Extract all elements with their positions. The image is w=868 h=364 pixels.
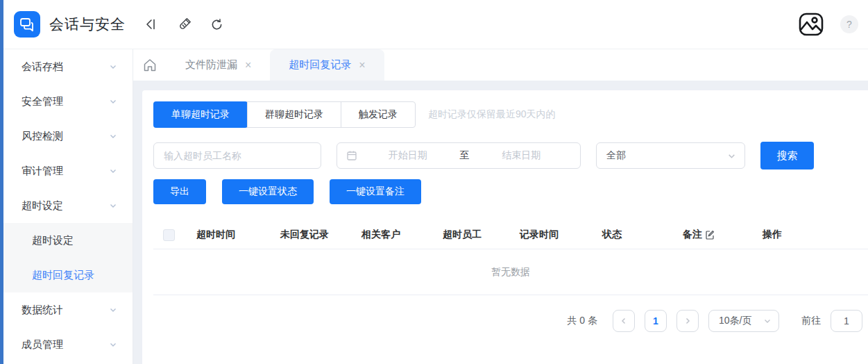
left-accent-strip bbox=[0, 0, 3, 364]
export-button[interactable]: 导出 bbox=[153, 179, 206, 204]
sidebar-item-label: 风控检测 bbox=[22, 130, 63, 143]
calendar-icon bbox=[346, 150, 357, 161]
header-right: ? bbox=[797, 11, 858, 38]
date-range-picker[interactable]: 开始日期 至 结束日期 bbox=[337, 142, 581, 169]
tab-group-chat-timeout[interactable]: 群聊超时记录 bbox=[247, 102, 341, 127]
start-date-placeholder[interactable]: 开始日期 bbox=[357, 149, 459, 162]
status-select[interactable]: 全部 bbox=[596, 142, 745, 169]
end-date-placeholder[interactable]: 结束日期 bbox=[471, 149, 572, 162]
goto-label: 前往 bbox=[801, 315, 821, 327]
help-icon[interactable]: ? bbox=[840, 15, 858, 33]
sidebar-subitem-timeout-reply-records[interactable]: 超时回复记录 bbox=[3, 258, 133, 292]
tab-file-leak-prevention[interactable]: 文件防泄漏 × bbox=[167, 49, 270, 81]
tab-label: 超时回复记录 bbox=[289, 58, 351, 72]
chevron-down-icon bbox=[109, 306, 117, 314]
sidebar-item-label: 审计管理 bbox=[22, 165, 63, 178]
content-area: 单聊超时记录 群聊超时记录 触发记录 超时记录仅保留最近90天内的 开始日期 至… bbox=[133, 81, 868, 364]
chevron-down-icon bbox=[109, 167, 117, 175]
total-count: 共 0 条 bbox=[567, 315, 597, 327]
chevron-right-icon bbox=[683, 317, 692, 325]
edit-icon[interactable] bbox=[705, 230, 715, 240]
col-remark: 备注 bbox=[683, 229, 763, 241]
records-table: 超时时间 未回复记录 相关客户 超时员工 记录时间 状态 备注 操作 bbox=[153, 221, 868, 295]
col-remark-label: 备注 bbox=[683, 229, 702, 241]
col-status: 状态 bbox=[602, 229, 683, 241]
sidebar: 会话存档 安全管理 风控检测 审计管理 超时设定 超时设定 bbox=[3, 49, 133, 364]
image-placeholder-icon[interactable] bbox=[797, 11, 825, 38]
collapse-sidebar-icon[interactable] bbox=[144, 17, 158, 31]
sidebar-item-label: 安全管理 bbox=[22, 95, 63, 108]
sidebar-item-security-mgmt[interactable]: 安全管理 bbox=[3, 84, 133, 119]
sidebar-item-label: 成员管理 bbox=[22, 338, 63, 351]
refresh-icon[interactable] bbox=[210, 18, 223, 31]
action-row: 导出 一键设置状态 一键设置备注 bbox=[153, 179, 868, 204]
select-all-checkbox[interactable] bbox=[163, 229, 175, 241]
sidebar-subitem-label: 超时设定 bbox=[32, 234, 74, 247]
col-record-time: 记录时间 bbox=[520, 229, 602, 241]
status-select-value: 全部 bbox=[606, 149, 626, 162]
home-icon bbox=[142, 58, 158, 73]
empty-state: 暂无数据 bbox=[153, 249, 868, 295]
record-type-tabs: 单聊超时记录 群聊超时记录 触发记录 bbox=[153, 101, 416, 128]
chat-bubbles-icon bbox=[19, 16, 35, 33]
batch-set-remark-button[interactable]: 一键设置备注 bbox=[330, 179, 421, 204]
clear-cache-brush-icon[interactable] bbox=[177, 17, 192, 32]
chevron-down-icon bbox=[109, 132, 117, 140]
select-all-cell bbox=[153, 229, 196, 241]
goto-page-input[interactable] bbox=[831, 310, 862, 332]
main-card: 单聊超时记录 群聊超时记录 触发记录 超时记录仅保留最近90天内的 开始日期 至… bbox=[142, 90, 868, 364]
filter-row: 开始日期 至 结束日期 全部 搜索 bbox=[153, 142, 868, 169]
top-header: 会话与安全 bbox=[3, 0, 868, 49]
home-tab[interactable] bbox=[133, 49, 167, 81]
page-tab-bar: 文件防泄漏 × 超时回复记录 × bbox=[133, 49, 868, 81]
table-header-row: 超时时间 未回复记录 相关客户 超时员工 记录时间 状态 备注 操作 bbox=[153, 221, 868, 249]
employee-name-input[interactable] bbox=[153, 142, 321, 169]
pagination: 共 0 条 1 10条/页 前往 bbox=[153, 310, 868, 332]
close-icon[interactable]: × bbox=[359, 60, 365, 71]
sidebar-item-label: 超时设定 bbox=[22, 199, 63, 213]
tab-timeout-reply-records[interactable]: 超时回复记录 × bbox=[270, 49, 384, 81]
retention-note: 超时记录仅保留最近90天内的 bbox=[428, 108, 556, 121]
tab-trigger-records[interactable]: 触发记录 bbox=[341, 102, 415, 127]
current-page-button[interactable]: 1 bbox=[645, 310, 667, 332]
record-type-row: 单聊超时记录 群聊超时记录 触发记录 超时记录仅保留最近90天内的 bbox=[153, 101, 868, 128]
sidebar-subitem-timeout-setting[interactable]: 超时设定 bbox=[3, 223, 133, 258]
next-page-button[interactable] bbox=[676, 310, 699, 332]
tab-single-chat-timeout[interactable]: 单聊超时记录 bbox=[153, 101, 248, 128]
chevron-down-icon bbox=[109, 340, 117, 349]
close-icon[interactable]: × bbox=[245, 60, 251, 71]
col-timeout-employee: 超时员工 bbox=[443, 229, 520, 241]
chevron-down-icon bbox=[727, 151, 736, 160]
page-size-value: 10条/页 bbox=[719, 315, 751, 327]
tab-label: 文件防泄漏 bbox=[185, 58, 237, 72]
chevron-down-icon bbox=[109, 63, 117, 71]
col-operation: 操作 bbox=[763, 229, 868, 241]
sidebar-item-label: 会话存档 bbox=[22, 60, 63, 74]
col-related-customer: 相关客户 bbox=[361, 229, 443, 241]
empty-text: 暂无数据 bbox=[491, 266, 530, 279]
sidebar-subitem-label: 超时回复记录 bbox=[32, 269, 94, 282]
sidebar-item-label: 数据统计 bbox=[22, 304, 63, 317]
sidebar-item-member-mgmt[interactable]: 成员管理 bbox=[3, 327, 133, 362]
batch-set-status-button[interactable]: 一键设置状态 bbox=[222, 179, 314, 204]
sidebar-item-session-archive[interactable]: 会话存档 bbox=[3, 49, 133, 84]
sidebar-item-timeout-setting[interactable]: 超时设定 bbox=[3, 188, 133, 223]
col-timeout-time: 超时时间 bbox=[196, 229, 280, 241]
search-button[interactable]: 搜索 bbox=[760, 142, 814, 169]
chevron-left-icon bbox=[620, 317, 628, 325]
page-size-select[interactable]: 10条/页 bbox=[708, 310, 779, 332]
sidebar-item-risk-detect[interactable]: 风控检测 bbox=[3, 119, 133, 154]
app-logo bbox=[14, 11, 40, 38]
date-separator: 至 bbox=[459, 149, 471, 162]
chevron-down-icon bbox=[109, 97, 117, 106]
page-title: 会话与安全 bbox=[49, 15, 126, 34]
chevron-down-icon bbox=[109, 201, 117, 210]
col-unreplied-record: 未回复记录 bbox=[280, 229, 361, 241]
sidebar-item-audit-mgmt[interactable]: 审计管理 bbox=[3, 154, 133, 188]
page: 会话与安全 bbox=[0, 0, 868, 364]
sidebar-item-data-statistics[interactable]: 数据统计 bbox=[3, 292, 133, 327]
prev-page-button[interactable] bbox=[613, 310, 635, 332]
chevron-down-icon bbox=[763, 317, 772, 325]
sidebar-submenu-timeout: 超时设定 超时回复记录 bbox=[3, 223, 133, 292]
